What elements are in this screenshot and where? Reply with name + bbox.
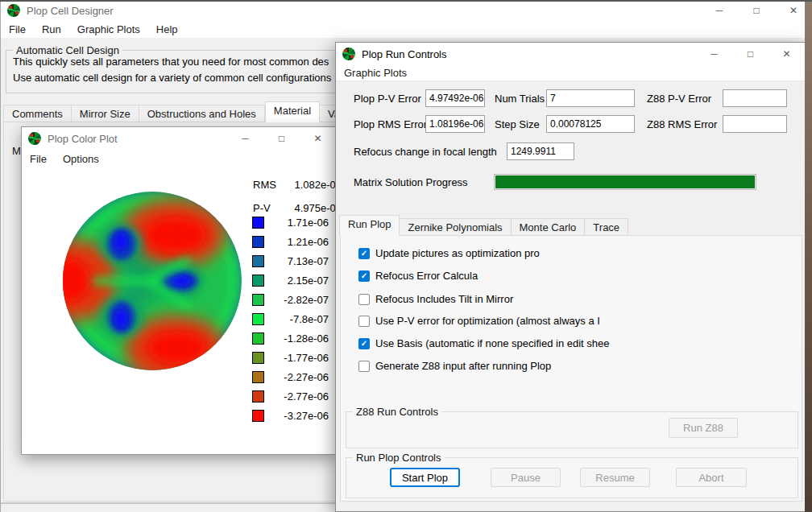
close-icon[interactable]: ✕ <box>300 127 336 150</box>
z88-run-controls-group: Z88 Run Controls Run Z88 <box>346 411 798 448</box>
plop-app-icon <box>28 132 41 145</box>
tab-zernike-polynomials[interactable]: Zernike Polynomials <box>400 218 511 236</box>
menu-file[interactable]: File <box>23 151 53 167</box>
pause-button[interactable]: Pause <box>491 468 561 487</box>
update-pictures-checkbox[interactable] <box>358 248 370 259</box>
run-controls-tabstrip: Run Plop Zernike Polynomials Monte Carlo… <box>339 215 628 236</box>
legend-swatch <box>252 352 264 364</box>
legend-item: -2.82e-07 <box>252 294 329 306</box>
menu-file[interactable]: File <box>2 22 32 37</box>
plop-app-icon <box>342 47 355 60</box>
tab-material[interactable]: Material <box>265 101 320 122</box>
legend-value: -1.28e-06 <box>267 332 329 345</box>
menu-help[interactable]: Help <box>150 22 184 37</box>
color-plot-menubar: File Options <box>22 150 336 167</box>
maximize-icon[interactable]: □ <box>263 127 300 150</box>
menu-options[interactable]: Options <box>56 151 106 167</box>
abort-button[interactable]: Abort <box>676 468 747 487</box>
legend-item: 1.71e-06 <box>252 217 329 229</box>
maximize-icon[interactable]: □ <box>738 0 775 21</box>
checkbox-row: Update pictures as optimization pro <box>358 247 540 259</box>
automatic-cell-design-title: Automatic Cell Design <box>13 44 122 56</box>
main-window-title: Plop Cell Designer <box>27 5 114 17</box>
num-trials-field[interactable]: 7 <box>546 89 635 107</box>
legend-item: -7.8e-07 <box>252 313 329 325</box>
legend-value: -2.27e-06 <box>267 371 329 383</box>
legend-item: -2.77e-06 <box>252 390 329 403</box>
refocus-tilt-checkbox[interactable] <box>358 294 370 305</box>
tab-monte-carlo[interactable]: Monte Carlo <box>512 218 586 236</box>
legend-value: -7.8e-07 <box>267 313 329 325</box>
legend-swatch <box>252 217 264 229</box>
legend-value: -1.77e-06 <box>267 352 329 364</box>
plop-pv-error-label: Plop P-V Error <box>354 93 421 105</box>
screen-top-edge <box>0 0 812 2</box>
screen: Plop Cell Designer ─ □ ✕ File Run Graphi… <box>0 0 812 512</box>
legend-swatch <box>252 410 264 422</box>
run-plop-controls-title: Run Plop Controls <box>353 452 445 464</box>
legend-swatch <box>252 371 264 383</box>
run-z88-button[interactable]: Run Z88 <box>669 418 738 438</box>
z88-pv-error-field[interactable] <box>723 89 787 107</box>
use-basis-checkbox[interactable] <box>358 338 370 349</box>
matrix-progress-fill <box>495 175 755 188</box>
legend-swatch <box>252 332 264 345</box>
legend-value: -3.27e-06 <box>267 410 329 422</box>
refocus-error-checkbox[interactable] <box>358 270 370 282</box>
resume-button[interactable]: Resume <box>580 468 650 487</box>
checkbox-row: Use Basis (automatic if none specified i… <box>358 337 610 349</box>
close-icon[interactable]: ✕ <box>768 43 805 65</box>
checkbox-row: Refocus Error Calcula <box>358 270 478 282</box>
wavefront-contour-plot <box>61 190 243 372</box>
tab-trace[interactable]: Trace <box>585 218 628 236</box>
run-plop-controls-group: Run Plop Controls Start Plop Pause Resum… <box>346 457 798 498</box>
legend-value: -2.82e-07 <box>267 294 329 306</box>
tab-mirror-size[interactable]: Mirror Size <box>72 105 139 122</box>
run-controls-titlebar: Plop Run Controls ─ □ ✕ <box>336 43 805 65</box>
refocus-change-field[interactable]: 1249.9911 <box>507 142 574 160</box>
step-size-field[interactable]: 0.00078125 <box>546 115 635 133</box>
tab-run-plop[interactable]: Run Plop <box>339 215 400 236</box>
checkbox-row: Refocus Includes Tilt in Mirror <box>358 293 513 305</box>
menu-graphic-plots[interactable]: Graphic Plots <box>338 65 413 81</box>
rms-stat: RMS 1.082e-06 <box>253 179 342 191</box>
checkbox-label: Generate Z88 input after running Plop <box>375 360 551 372</box>
matrix-progress-label: Matrix Solution Progress <box>354 176 468 188</box>
plop-pv-error-field[interactable]: 4.97492e-06 <box>425 89 485 107</box>
legend-swatch <box>252 236 264 248</box>
minimize-icon[interactable]: ─ <box>696 43 732 65</box>
generate-z88-checkbox[interactable] <box>358 361 370 372</box>
z88-rms-error-field[interactable] <box>723 115 787 133</box>
menu-graphic-plots[interactable]: Graphic Plots <box>71 22 147 37</box>
refocus-change-label: Refocus change in focal length <box>354 146 497 158</box>
desktop-background-sliver <box>805 0 812 512</box>
legend-value: 1.71e-06 <box>267 217 329 229</box>
legend-value: 7.13e-07 <box>267 255 329 267</box>
plop-rms-error-label: Plop RMS Error <box>354 118 427 130</box>
minimize-icon[interactable]: ─ <box>227 127 263 150</box>
legend-value: 2.15e-07 <box>267 275 329 287</box>
tab-comments[interactable]: Comments <box>3 105 72 122</box>
rms-label: RMS <box>253 179 280 191</box>
run-controls-window-title: Plop Run Controls <box>362 48 447 60</box>
use-pv-error-checkbox[interactable] <box>358 316 370 327</box>
plop-rms-error-field[interactable]: 1.08196e-06 <box>425 115 485 133</box>
z88-rms-error-label: Z88 RMS Error <box>647 118 717 130</box>
run-controls-menubar: Graphic Plots <box>336 65 805 81</box>
pv-label: P-V <box>253 202 280 214</box>
legend-item: -1.28e-06 <box>252 332 329 345</box>
start-plop-button[interactable]: Start Plop <box>390 468 460 487</box>
legend-item: -1.77e-06 <box>252 352 329 364</box>
checkbox-label: Use P-V error for optimization (almost a… <box>375 315 600 327</box>
legend-swatch <box>252 275 264 287</box>
matrix-progress-bar <box>494 174 756 190</box>
maximize-icon[interactable]: □ <box>732 43 768 65</box>
main-titlebar: Plop Cell Designer ─ □ ✕ <box>1 0 812 21</box>
auto-design-text-line1: This quickly sets all parameters that yo… <box>13 56 329 68</box>
z88-run-controls-title: Z88 Run Controls <box>353 406 441 418</box>
menu-run[interactable]: Run <box>35 22 68 37</box>
tab-obstructions-and-holes[interactable]: Obstructions and Holes <box>139 105 265 122</box>
plop-app-icon <box>7 4 20 17</box>
step-size-label: Step Size <box>495 118 540 130</box>
minimize-icon[interactable]: ─ <box>701 0 738 21</box>
